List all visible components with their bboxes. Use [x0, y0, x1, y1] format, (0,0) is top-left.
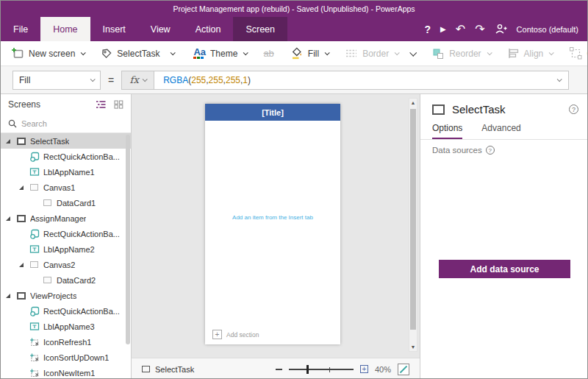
tab-file[interactable]: File — [1, 17, 40, 41]
reorder-button[interactable]: Reorder — [431, 48, 490, 60]
tree-item-lblappname1[interactable]: LblAppName1 — [1, 164, 131, 180]
canvas-icon — [29, 183, 40, 193]
chevron-down-icon — [409, 49, 417, 57]
tree-item-assignmanager[interactable]: AssignManager — [1, 210, 131, 226]
zoom-slider[interactable] — [289, 364, 354, 375]
tree-expand-caret-icon[interactable] — [19, 185, 24, 190]
group-button[interactable]: Group — [569, 47, 588, 60]
card-icon — [42, 275, 53, 286]
tree-item-datacard1[interactable]: DataCard1 — [1, 195, 131, 210]
theme-icon: Aa — [193, 49, 206, 59]
tree-item-label: AssignManager — [30, 214, 86, 223]
tree-item-label: RectQuickActionBa... — [43, 307, 120, 316]
tree-item-lblappname3[interactable]: LblAppName3 — [1, 319, 131, 334]
align-button[interactable]: Align — [507, 48, 553, 59]
icon-icon — [29, 368, 40, 378]
align-icon — [507, 48, 520, 59]
tree-item-iconsortupdown1[interactable]: IconSortUpDown1 — [1, 350, 131, 365]
reorder-label: Reorder — [449, 49, 481, 59]
fill-label: Fill — [308, 49, 319, 59]
tree-item-canvas2[interactable]: Canvas2 — [1, 257, 131, 272]
formula-input[interactable]: RGBA(255,255,255,1) — [154, 71, 569, 90]
tree-item-rectquickactionba[interactable]: RectQuickActionBa... — [1, 226, 131, 241]
window-title: Project Management app (rebuild) - Saved… — [173, 4, 415, 13]
new-screen-button[interactable]: New screen — [11, 47, 85, 60]
tab-view[interactable]: View — [138, 17, 183, 41]
property-select[interactable]: Fill — [12, 71, 101, 90]
add-section-button[interactable]: + Add section — [212, 330, 259, 339]
zoom-out-icon[interactable] — [276, 369, 282, 370]
fill-button[interactable]: Fill — [290, 47, 329, 60]
zoom-slider-handle[interactable] — [306, 365, 309, 374]
grid-view-icon[interactable] — [114, 100, 123, 109]
tree-item-selecttask[interactable]: SelectTask — [1, 133, 131, 149]
zoom-controls: + 40% — [276, 364, 409, 375]
tree-expand-caret-icon[interactable] — [19, 263, 24, 267]
selected-control-name: SelectTask — [452, 103, 506, 116]
canvas-scrollbar[interactable]: ▲ ▼ — [409, 98, 417, 352]
rect-icon — [29, 152, 40, 162]
text-format-button[interactable]: ab — [263, 48, 273, 59]
search-input[interactable] — [21, 119, 110, 128]
screens-panel: Screens SelectTaskRectQuickActionBa...Lb… — [1, 94, 132, 379]
tab-advanced[interactable]: Advanced — [481, 123, 520, 139]
chevron-down-icon — [171, 50, 176, 55]
formula-expand-chevron-icon[interactable] — [557, 77, 562, 82]
tree-item-iconrefresh1[interactable]: IconRefresh1 — [1, 334, 131, 350]
share-user-icon[interactable] — [495, 24, 507, 35]
tab-options[interactable]: Options — [432, 123, 462, 139]
formula-function: RGBA — [163, 75, 188, 85]
tree-item-iconnewitem1[interactable]: IconNewItem1 — [1, 365, 131, 379]
tab-action[interactable]: Action — [183, 17, 234, 41]
run-app-icon[interactable]: ▶ — [440, 26, 446, 33]
tree-item-canvas1[interactable]: Canvas1 — [1, 180, 131, 195]
tree-item-label: DataCard1 — [57, 199, 96, 208]
zoom-in-icon[interactable]: + — [360, 365, 368, 373]
screens-panel-header: Screens — [1, 94, 131, 115]
icon-icon — [29, 337, 40, 347]
tree-expand-caret-icon[interactable] — [6, 294, 10, 298]
border-button[interactable]: Border — [345, 49, 398, 59]
phone-canvas[interactable]: [Title] Add an item from the Insert tab … — [205, 104, 340, 344]
screen-title-control[interactable]: [Title] — [205, 104, 340, 121]
screens-panel-title: Screens — [8, 99, 40, 110]
theme-button[interactable]: Aa Theme — [193, 49, 247, 59]
tree-item-viewprojects[interactable]: ViewProjects — [1, 288, 131, 303]
tree-item-rectquickactionba[interactable]: RectQuickActionBa... — [1, 303, 131, 319]
scrollbar-thumb[interactable] — [410, 109, 416, 330]
tab-insert[interactable]: Insert — [90, 17, 138, 41]
data-sources-row: Data sources ? — [420, 140, 588, 160]
help-icon[interactable]: ? — [425, 24, 431, 35]
current-screen-indicator: SelectTask — [142, 365, 194, 374]
add-data-source-button[interactable]: Add data source — [439, 260, 570, 278]
tree-view-icon[interactable] — [96, 100, 107, 109]
plus-icon: + — [212, 330, 222, 339]
tree-item-label: IconNewItem1 — [43, 369, 95, 378]
more-commands-button[interactable] — [409, 51, 415, 56]
tree-expand-caret-icon[interactable] — [6, 139, 10, 144]
tree-item-label: LblAppName2 — [43, 245, 95, 254]
border-style-icon — [345, 49, 358, 58]
property-select-value: Fill — [19, 75, 30, 85]
tree-expand-caret-icon[interactable] — [6, 216, 10, 221]
ribbon-toolbar: New screen SelectTask Aa Theme ab Fill B… — [1, 41, 587, 66]
redo-icon[interactable]: ↷ — [475, 24, 484, 35]
undo-icon[interactable]: ↶ — [456, 24, 465, 35]
help-circle-icon[interactable]: ? — [569, 105, 578, 114]
account-name[interactable]: Contoso (default) — [517, 25, 578, 34]
fit-to-window-button[interactable] — [398, 364, 409, 375]
tab-home[interactable]: Home — [40, 17, 90, 41]
theme-label: Theme — [210, 49, 237, 59]
tree-item-lblappname2[interactable]: LblAppName2 — [1, 241, 131, 257]
screens-scrollbar[interactable] — [126, 135, 130, 344]
scroll-down-icon[interactable]: ▼ — [409, 344, 417, 350]
tree-item-datacard2[interactable]: DataCard2 — [1, 272, 131, 288]
formula-bar: Fill = fx RGBA(255,255,255,1) — [1, 66, 587, 94]
fx-button[interactable]: fx — [121, 71, 154, 90]
scroll-up-icon[interactable]: ▲ — [409, 100, 417, 105]
tab-screen[interactable]: Screen — [233, 17, 287, 41]
tree-item-rectquickactionba[interactable]: RectQuickActionBa... — [1, 149, 131, 164]
main-region: Screens SelectTaskRectQuickActionBa...Lb… — [1, 94, 587, 379]
info-circle-icon[interactable]: ? — [486, 146, 495, 155]
screen-picker-button[interactable]: SelectTask — [101, 48, 174, 60]
